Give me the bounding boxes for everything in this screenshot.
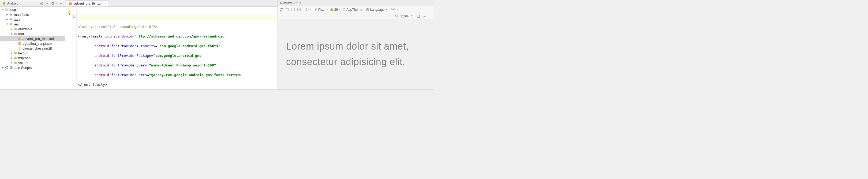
bulb-icon[interactable]: 💡	[67, 10, 71, 14]
editor-tabbar: <> advent_pro_thin.xml ×	[65, 0, 278, 7]
code-area[interactable]: 💡 − <?xml version="1.0" encoding="utf-8"…	[65, 7, 278, 89]
gutter: 💡	[65, 7, 73, 89]
close-icon[interactable]: ×	[104, 2, 106, 5]
tree-item-gradle-scripts[interactable]: ▶Gradle Scripts	[0, 65, 65, 70]
tree-item-drawable[interactable]: ▶drawable	[0, 27, 65, 31]
editor-tab-label: advent_pro_thin.xml	[74, 2, 103, 5]
hide-icon[interactable]	[298, 1, 303, 5]
more-icon[interactable]: ⋮	[428, 14, 432, 19]
folder-icon	[13, 32, 18, 36]
language-label: Language	[370, 8, 384, 11]
android-icon	[2, 1, 6, 6]
settings-gear-icon[interactable]	[50, 1, 55, 6]
theme-selector[interactable]: AppTheme	[342, 8, 362, 11]
svg-point-5	[15, 29, 16, 30]
api-selector[interactable]: 26 ▼	[330, 8, 341, 11]
tree-label: values	[18, 61, 28, 65]
zoom-in-icon[interactable]	[410, 14, 414, 19]
zoom-level: 110%	[400, 14, 408, 18]
device-selector[interactable]: Pixel ▼	[315, 8, 328, 11]
language-selector[interactable]: Language ▼	[366, 8, 388, 11]
variants-icon[interactable]	[391, 7, 395, 12]
tree-item-manifests[interactable]: ▶manifests	[0, 12, 65, 17]
svg-point-14	[293, 3, 294, 4]
tree-arrow-icon[interactable]: ▼	[1, 8, 5, 11]
tree-item-values[interactable]: ▶values	[0, 60, 65, 65]
tree-item-advent-pro-thin-xml[interactable]: advent_pro_thin.xml	[0, 36, 65, 41]
svg-rect-23	[392, 8, 393, 9]
svg-point-1	[41, 3, 42, 4]
theme-label: AppTheme	[346, 8, 362, 11]
gradle-icon	[5, 65, 9, 70]
tree-arrow-icon[interactable]: ▶	[10, 28, 13, 30]
folder-icon	[9, 12, 13, 17]
tree-item-font[interactable]: ▼font	[0, 31, 65, 36]
editor-tab[interactable]: <> advent_pro_thin.xml ×	[66, 0, 108, 6]
tree-label: Gradle Scripts	[10, 66, 32, 70]
ttf-icon	[18, 46, 22, 50]
tree-arrow-icon[interactable]: ▶	[6, 18, 9, 21]
preview-header: Preview ▼	[278, 0, 434, 6]
tree-arrow-icon[interactable]: ▼	[6, 23, 9, 26]
collapse-icon[interactable]	[45, 1, 49, 6]
tree-item-layout[interactable]: ▶layout	[0, 51, 65, 56]
zoom-out-icon[interactable]	[394, 14, 399, 19]
module-icon	[5, 7, 9, 12]
tree-item-caesar-dressing-ttf[interactable]: caesar_dressing.ttf	[0, 46, 65, 51]
tree-label: drawable	[18, 27, 32, 31]
svg-rect-15	[286, 8, 288, 11]
xml-icon	[18, 41, 22, 46]
pan-icon[interactable]	[422, 14, 426, 19]
sidebar-toolbar: Android ▼ ▼	[0, 0, 65, 7]
tree-label: java	[14, 18, 20, 22]
scope-icon[interactable]	[40, 1, 44, 6]
tree-arrow-icon[interactable]: ▶	[6, 13, 9, 16]
svg-point-10	[15, 62, 16, 63]
tree-item-app[interactable]: ▼app	[0, 7, 65, 12]
pkg-icon	[13, 51, 18, 55]
fold-toggle[interactable]: −	[73, 15, 76, 18]
tree-item-java[interactable]: ▶java	[0, 17, 65, 22]
svg-rect-30	[417, 15, 419, 18]
settings-gear-icon[interactable]	[292, 1, 296, 5]
pkg-icon	[13, 27, 18, 31]
svg-point-0	[40, 2, 43, 5]
tree-arrow-icon[interactable]: ▶	[10, 61, 13, 64]
preview-canvas: Lorem ipsum dolor sit amet, consectetur …	[278, 19, 434, 89]
tree-label: layout	[18, 51, 28, 55]
svg-rect-3	[5, 9, 8, 9]
tree-arrow-icon[interactable]: ▶	[1, 66, 5, 69]
editor-panel: <> advent_pro_thin.xml × 💡 − <?xml versi…	[65, 0, 278, 90]
preview-title: Preview	[280, 1, 292, 5]
layout-1-icon[interactable]	[291, 7, 295, 12]
surface-icon[interactable]	[285, 7, 289, 12]
refresh-icon[interactable]	[279, 7, 283, 12]
pkg-icon	[13, 61, 18, 65]
svg-point-8	[15, 53, 16, 54]
hide-icon[interactable]	[59, 1, 63, 6]
tree-arrow-icon[interactable]: ▼	[10, 32, 13, 35]
caret-down-icon: ▼	[397, 8, 399, 11]
svg-rect-24	[393, 8, 395, 9]
code-text[interactable]: <?xml version="1.0" encoding="utf-8"?>✓ …	[76, 7, 278, 89]
svg-point-21	[343, 8, 345, 11]
pkg-icon	[13, 56, 18, 60]
orientation-selector[interactable]: ▼	[305, 8, 311, 11]
tree-item-res[interactable]: ▼res	[0, 22, 65, 27]
caret-down-icon: ▼	[56, 2, 58, 5]
view-selector[interactable]: Android ▼	[7, 2, 21, 5]
tree-item-mipmap[interactable]: ▶mipmap	[0, 56, 65, 60]
tree-label: app	[10, 8, 16, 12]
project-tree[interactable]: ▼app▶manifests▶java▼res▶drawable▼fontadv…	[0, 7, 65, 89]
preview-sample-text: Lorem ipsum dolor sit amet, consectetur …	[286, 38, 426, 69]
layout-2-icon[interactable]	[297, 7, 301, 12]
xml-icon	[18, 36, 22, 41]
tree-arrow-icon[interactable]: ▶	[10, 57, 13, 59]
zoom-bar: 110% ⋮	[278, 13, 434, 19]
tree-arrow-icon[interactable]: ▶	[10, 52, 13, 54]
tree-label: aguafina_script.xml	[23, 41, 53, 46]
fold-column: −	[73, 7, 76, 89]
fit-icon[interactable]	[416, 14, 420, 19]
tree-label: mipmap	[18, 56, 31, 60]
tree-item-aguafina-script-xml[interactable]: aguafina_script.xml	[0, 41, 65, 46]
